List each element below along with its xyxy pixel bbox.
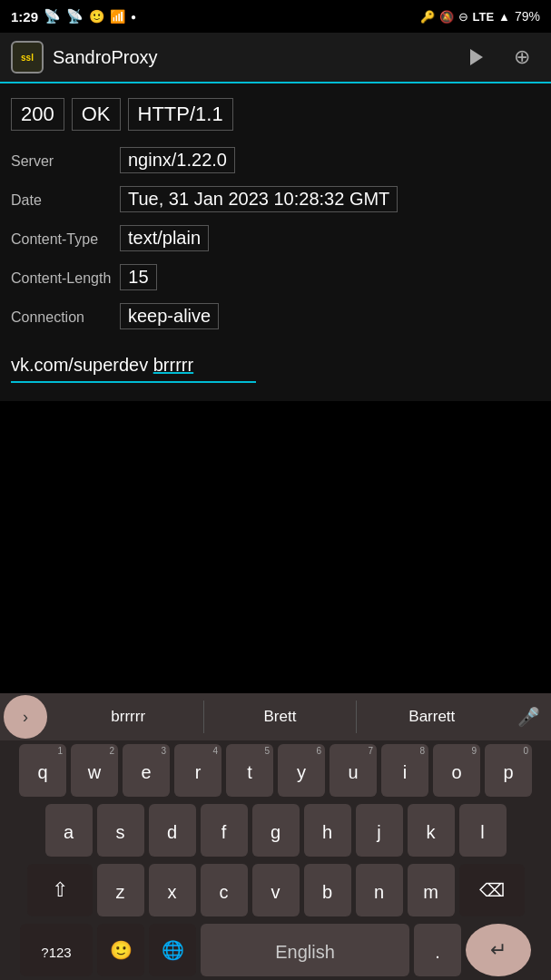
suggestion-0[interactable]: brrrrr bbox=[53, 701, 203, 733]
globe-button[interactable]: 🌐 bbox=[149, 924, 196, 976]
suggestions-bar: › brrrrr Brett Barrett 🎤 bbox=[0, 693, 551, 740]
header-value-connection: keep-alive bbox=[120, 303, 219, 329]
add-button[interactable]: ⊕ bbox=[504, 39, 540, 75]
play-button[interactable] bbox=[458, 39, 495, 75]
key-m[interactable]: m bbox=[408, 864, 455, 916]
header-server: Server nginx/1.22.0 bbox=[11, 147, 540, 173]
key-t[interactable]: 5t bbox=[226, 744, 273, 797]
telegram-icon2: 📡 bbox=[66, 8, 84, 24]
key-n[interactable]: n bbox=[356, 864, 403, 916]
app-title: SandroProxy bbox=[53, 47, 449, 68]
shift-icon: ⇧ bbox=[52, 878, 68, 902]
key-v[interactable]: v bbox=[252, 864, 300, 916]
lte-label: LTE bbox=[473, 10, 495, 24]
header-key-server: Server bbox=[11, 153, 111, 170]
status-bar: 1:29 📡 📡 🙂 📶 ● 🔑 🔕 ⊖ LTE ▲ 79% bbox=[0, 0, 551, 33]
key-f[interactable]: f bbox=[201, 804, 248, 857]
header-date: Date Tue, 31 Jan 2023 10:28:32 GMT bbox=[11, 186, 540, 212]
key-p[interactable]: 0p bbox=[485, 744, 532, 797]
emoji-icon: 🙂 bbox=[110, 939, 133, 961]
numbers-button[interactable]: ?123 bbox=[20, 924, 93, 976]
text-cursor bbox=[11, 381, 256, 383]
header-content-type: Content-Type text/plain bbox=[11, 225, 540, 251]
key-k[interactable]: k bbox=[408, 804, 455, 857]
header-key-date: Date bbox=[11, 192, 111, 209]
header-content-length: Content-Length 15 bbox=[11, 264, 540, 290]
http-status-line: 200 OK HTTP/1.1 bbox=[11, 98, 540, 131]
period-button[interactable]: . bbox=[414, 924, 461, 976]
backspace-icon: ⌫ bbox=[479, 879, 505, 901]
keyboard-row-2: a s d f g h j k l bbox=[0, 800, 551, 860]
key-c[interactable]: c bbox=[201, 864, 248, 916]
backspace-button[interactable]: ⌫ bbox=[459, 864, 525, 916]
key-y[interactable]: 6y bbox=[278, 744, 325, 797]
keyboard-row-1: 1q 2w 3e 4r 5t 6y 7u 8i 9o 0p bbox=[0, 740, 551, 800]
header-key-content-type: Content-Type bbox=[11, 231, 111, 248]
suggestion-1[interactable]: Brett bbox=[203, 701, 355, 733]
emoji-button[interactable]: 🙂 bbox=[97, 924, 144, 976]
suggestions-expand-button[interactable]: › bbox=[4, 695, 47, 739]
key-l[interactable]: l bbox=[459, 804, 507, 857]
http-protocol: HTTP/1.1 bbox=[128, 98, 233, 131]
app-header: ssl SandroProxy ⊕ bbox=[0, 33, 551, 83]
header-value-content-length: 15 bbox=[120, 264, 156, 290]
shift-button[interactable]: ⇧ bbox=[27, 864, 93, 916]
telegram-icon: 📡 bbox=[44, 8, 61, 24]
enter-icon: ↵ bbox=[490, 938, 507, 962]
mic-icon: 🎤 bbox=[517, 706, 540, 728]
http-status-code: 200 bbox=[11, 98, 64, 131]
enter-button[interactable]: ↵ bbox=[466, 924, 531, 976]
body-text: vk.com/superdev brrrrr bbox=[11, 355, 540, 376]
http-status-text: OK bbox=[72, 98, 121, 131]
key-i[interactable]: 8i bbox=[381, 744, 428, 797]
plus-icon: ⊕ bbox=[514, 45, 530, 69]
key-g[interactable]: g bbox=[252, 804, 300, 857]
key-q[interactable]: 1q bbox=[19, 744, 66, 797]
key-d[interactable]: d bbox=[149, 804, 196, 857]
key-icon: 🔑 bbox=[420, 10, 435, 24]
space-button[interactable]: English bbox=[201, 924, 409, 976]
globe-icon: 🌐 bbox=[162, 939, 184, 961]
key-r[interactable]: 4r bbox=[174, 744, 221, 797]
emoji-icon: 🙂 bbox=[89, 9, 104, 24]
app-logo: ssl bbox=[11, 41, 44, 74]
mic-button[interactable]: 🎤 bbox=[511, 706, 547, 728]
minus-circle-icon: ⊖ bbox=[458, 10, 468, 24]
body-domain: vk.com/superdev bbox=[11, 355, 153, 375]
key-h[interactable]: h bbox=[304, 804, 351, 857]
header-key-connection: Connection bbox=[11, 309, 111, 326]
key-j[interactable]: j bbox=[356, 804, 403, 857]
response-body[interactable]: vk.com/superdev brrrrr bbox=[11, 348, 540, 390]
suggestion-2[interactable]: Barrett bbox=[356, 701, 507, 733]
keyboard: › brrrrr Brett Barrett 🎤 1q 2w 3e 4r 5t … bbox=[0, 693, 551, 980]
key-x[interactable]: x bbox=[149, 864, 196, 916]
content-area: 200 OK HTTP/1.1 Server nginx/1.22.0 Date… bbox=[0, 83, 551, 401]
status-time: 1:29 bbox=[11, 9, 38, 24]
key-a[interactable]: a bbox=[45, 804, 93, 857]
key-e[interactable]: 3e bbox=[123, 744, 170, 797]
header-value-server: nginx/1.22.0 bbox=[120, 147, 235, 173]
key-w[interactable]: 2w bbox=[71, 744, 118, 797]
key-s[interactable]: s bbox=[97, 804, 144, 857]
dot-icon: ● bbox=[131, 12, 136, 22]
signal-icon: ▲ bbox=[498, 10, 510, 24]
play-icon bbox=[470, 49, 483, 65]
header-value-date: Tue, 31 Jan 2023 10:28:32 GMT bbox=[120, 186, 398, 212]
key-u[interactable]: 7u bbox=[330, 744, 377, 797]
sim-icon: 📶 bbox=[110, 9, 125, 24]
key-b[interactable]: b bbox=[304, 864, 351, 916]
battery-label: 79% bbox=[515, 9, 540, 24]
key-o[interactable]: 9o bbox=[433, 744, 480, 797]
keyboard-row-4: ?123 🙂 🌐 English . ↵ bbox=[0, 920, 551, 980]
header-value-content-type: text/plain bbox=[120, 225, 209, 251]
keyboard-row-3: ⇧ z x c v b n m ⌫ bbox=[0, 860, 551, 920]
body-value: brrrrr bbox=[153, 355, 193, 375]
header-key-content-length: Content-Length bbox=[11, 270, 111, 287]
header-connection: Connection keep-alive bbox=[11, 303, 540, 329]
mute-icon: 🔕 bbox=[439, 10, 454, 24]
chevron-right-icon: › bbox=[23, 708, 28, 727]
key-z[interactable]: z bbox=[97, 864, 144, 916]
